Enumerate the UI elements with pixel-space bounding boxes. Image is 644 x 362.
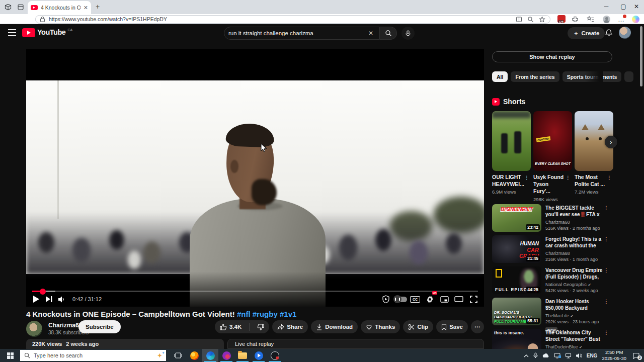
search-input[interactable]: [228, 30, 366, 36]
more-actions-button[interactable]: ⋯: [471, 320, 484, 333]
video-menu-icon[interactable]: ⋮: [604, 299, 609, 304]
lock-icon[interactable]: [40, 16, 45, 22]
extension-icon[interactable]: 126: [557, 15, 566, 23]
tray-network-icon[interactable]: [565, 353, 572, 358]
task-view-button[interactable]: [170, 349, 186, 362]
chips-scroll-right-icon[interactable]: ›: [603, 71, 613, 82]
next-button[interactable]: [42, 293, 55, 306]
search-input-box[interactable]: ✕: [224, 27, 380, 40]
related-video-title[interactable]: The BIGGEST tackle you'll ever see‼️FTA …: [545, 205, 605, 218]
volume-button[interactable]: [55, 293, 68, 306]
notifications-bell-icon[interactable]: [605, 29, 613, 37]
video-hashtags[interactable]: #nfl #rugby #1v1: [237, 310, 296, 318]
workspaces-icon[interactable]: [5, 4, 12, 11]
video-thumbnail[interactable]: this is insane.: [492, 329, 541, 349]
shorts-card[interactable]: CONTENT EVERY CLEAN SHOT Usyk Found Tyso…: [533, 111, 572, 202]
fullscreen-button[interactable]: [467, 293, 480, 306]
user-avatar[interactable]: [619, 27, 631, 39]
related-video-title[interactable]: Forget Rugby! This is a car crash withou…: [545, 236, 605, 249]
related-video-channel[interactable]: TheMacLife ✔: [545, 313, 605, 318]
dislike-button[interactable]: [252, 320, 269, 333]
browser-tab[interactable]: 4 Knockouts in ONE Episode – Ca ✕: [28, 1, 91, 14]
page-scrollbar[interactable]: [639, 24, 643, 349]
search-highlights-icon[interactable]: ✦✦: [157, 352, 162, 359]
create-button[interactable]: ＋ Create: [568, 27, 605, 39]
browser-profile-avatar[interactable]: [603, 16, 610, 23]
tab-actions-icon[interactable]: [17, 4, 24, 11]
shorts-card[interactable]: The Most Polite Cat ... ⋮ 7.2M views: [575, 111, 613, 195]
app-icon-recorder[interactable]: [267, 349, 283, 362]
video-thumbnail[interactable]: FULL EPISODE▌ 44:25: [492, 266, 541, 294]
shorts-menu-icon[interactable]: ⋮: [607, 175, 612, 180]
shorts-thumbnail[interactable]: [492, 111, 531, 171]
related-video-title[interactable]: Dan Hooker Hosts $50,000 Backyard Tourna…: [545, 298, 605, 312]
shorts-title[interactable]: Usyk Found Tyson Fury'...: [533, 173, 565, 195]
clip-button[interactable]: Clip: [403, 320, 433, 333]
video-menu-icon[interactable]: ⋮: [604, 330, 609, 335]
related-video-title[interactable]: The Oklahoma City Street "Takeover" Bust…: [545, 329, 605, 343]
url-text[interactable]: https://www.youtube.com/watch?v=IPS1HPEd…: [49, 16, 511, 22]
video-menu-icon[interactable]: ⋮: [604, 267, 609, 273]
app-icon-firefox[interactable]: [186, 349, 202, 362]
save-button[interactable]: Save: [436, 320, 468, 333]
address-bar[interactable]: https://www.youtube.com/watch?v=IPS1HPEd…: [35, 15, 550, 24]
related-video-channel[interactable]: Charizma68: [545, 220, 605, 225]
progress-bar[interactable]: [32, 291, 478, 292]
shorts-menu-icon[interactable]: ⋮: [524, 175, 530, 180]
search-page-icon[interactable]: [526, 15, 534, 23]
related-video-channel[interactable]: Charizma68: [545, 251, 605, 256]
chip-from-the-series[interactable]: From the series: [511, 71, 559, 82]
theater-mode-button[interactable]: [452, 293, 465, 306]
description-box[interactable]: 220K views 2 weeks ago: [26, 339, 224, 349]
taskbar-search-box[interactable]: Type here to search ✦✦: [20, 350, 166, 361]
channel-name[interactable]: Charizma68: [48, 322, 82, 329]
related-video-item[interactable]: FULL EPISODE▌ 44:25 Vancouver Drug Empir…: [492, 266, 613, 295]
window-minimize-button[interactable]: ─: [598, 0, 615, 13]
related-video-item[interactable]: BIGGEST HITONLINE! 23:42 The BIGGEST tac…: [492, 204, 613, 232]
video-menu-icon[interactable]: ⋮: [604, 236, 609, 242]
scrollbar-thumb[interactable]: [640, 26, 642, 86]
miniplayer-button[interactable]: [438, 293, 451, 306]
video-thumbnail[interactable]: DR. SOCIAL'SBACKYARD FIGHTS:FULL TOURNAM…: [492, 298, 541, 325]
app-icon-edge[interactable]: [202, 349, 218, 362]
video-menu-icon[interactable]: ⋮: [604, 205, 609, 211]
captions-button[interactable]: CC: [409, 293, 422, 306]
shorts-title[interactable]: The Most Polite Cat ...: [575, 173, 606, 188]
start-button[interactable]: [0, 349, 20, 362]
app-icon-video-player[interactable]: [251, 349, 267, 362]
tray-display-icon[interactable]: [554, 353, 560, 358]
video-player[interactable]: 0:42 / 31:12 CC HD: [26, 49, 484, 307]
sponsorblock-icon[interactable]: [379, 293, 392, 306]
video-thumbnail[interactable]: HUMAN CAR CRASH 21:45: [492, 235, 541, 263]
window-close-button[interactable]: ✕: [628, 0, 644, 13]
shorts-card[interactable]: OUR LIGHT HEAVYWEI... ⋮ 6.9M views: [492, 111, 531, 195]
related-video-item[interactable]: DR. SOCIAL'SBACKYARD FIGHTS:FULL TOURNAM…: [492, 298, 613, 326]
clear-search-icon[interactable]: ✕: [366, 30, 375, 37]
download-button[interactable]: Download: [311, 320, 358, 333]
browser-menu-icon[interactable]: …: [618, 15, 625, 24]
youtube-logo[interactable]: YouTube CA: [22, 28, 72, 37]
video-thumbnail[interactable]: BIGGEST HITONLINE! 23:42: [492, 204, 541, 232]
related-video-channel[interactable]: National Geographic ✔: [545, 282, 605, 287]
related-video-item[interactable]: this is insane. The Oklahoma City Street…: [492, 329, 613, 349]
tray-onedrive-icon[interactable]: [542, 353, 549, 358]
tray-chevron-icon[interactable]: [524, 354, 529, 357]
extensions-puzzle-icon[interactable]: [572, 16, 579, 23]
channel-avatar[interactable]: [26, 321, 42, 337]
clock[interactable]: 2:50 PM 2025-05-30: [602, 349, 626, 361]
tray-volume-icon[interactable]: [576, 353, 582, 358]
settings-button[interactable]: HD: [423, 293, 436, 306]
share-button[interactable]: Share: [272, 320, 308, 333]
notification-center-icon[interactable]: 2: [631, 351, 641, 360]
like-button[interactable]: 3.4K: [215, 320, 247, 333]
chip-partial[interactable]: [624, 71, 633, 82]
related-video-title[interactable]: Vancouver Drug Empire (Full Episode) | D…: [545, 267, 605, 281]
shorts-menu-icon[interactable]: ⋮: [566, 175, 571, 180]
language-indicator[interactable]: ENG: [587, 353, 598, 358]
play-button[interactable]: [29, 293, 42, 306]
related-video-item[interactable]: HUMAN CAR CRASH 21:45 Forget Rugby! This…: [492, 235, 613, 263]
search-button[interactable]: [380, 27, 397, 40]
thanks-button[interactable]: Thanks: [361, 320, 400, 333]
favorites-bar-icon[interactable]: [587, 16, 594, 23]
shorts-title[interactable]: OUR LIGHT HEAVYWEI...: [492, 173, 523, 188]
